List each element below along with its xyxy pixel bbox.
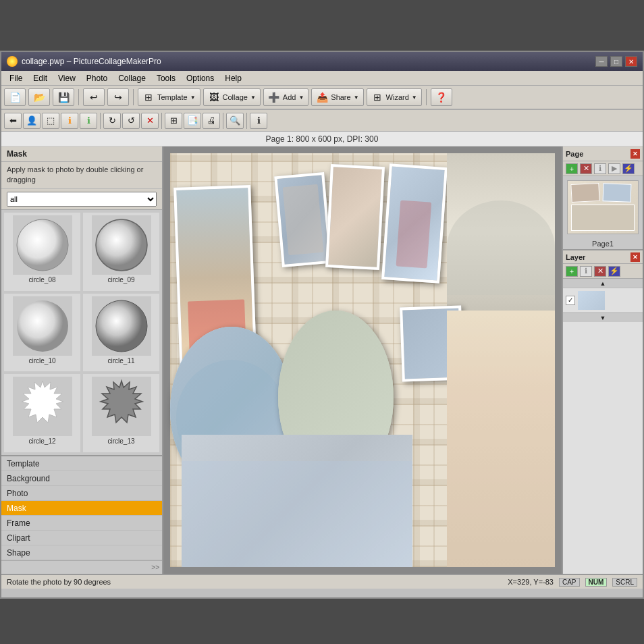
page-move-button[interactable]: ▶ [608, 163, 620, 174]
wizard-button[interactable]: ⊞ Wizard ▼ [367, 88, 422, 106]
layer-scroll-up[interactable]: ▲ [563, 279, 643, 288]
delete-button[interactable]: ✕ [141, 113, 159, 129]
category-frame[interactable]: Frame [1, 516, 162, 531]
rotate-cw-button[interactable]: ↻ [103, 113, 121, 129]
layer-controls-bar: + ℹ ✕ ⚡ [563, 264, 643, 279]
layer-panel-title: Layer [566, 253, 585, 261]
info2-button[interactable]: ℹ [80, 113, 97, 129]
layer-add-button[interactable]: + [566, 266, 578, 277]
print-button[interactable]: 🖨 [203, 113, 220, 129]
mask-item-circle08[interactable]: circle_08 [4, 213, 80, 291]
category-photo[interactable]: Photo [1, 486, 162, 501]
main-content-area: Mask Apply mask to photo by double click… [1, 146, 643, 574]
photo-frame-5[interactable] [447, 153, 555, 311]
fit-button[interactable]: ⊞ [165, 113, 182, 129]
undo-button[interactable]: ↩ [83, 88, 105, 106]
menu-view[interactable]: View [53, 72, 81, 84]
page-info-button[interactable]: ℹ [594, 163, 606, 174]
collage-button[interactable]: 🖼 Collage ▼ [203, 88, 261, 106]
menu-collage[interactable]: Collage [113, 72, 151, 84]
cap-indicator: CAP [559, 578, 580, 587]
mask-item-circle09[interactable]: circle_09 [83, 213, 159, 291]
svg-point-1 [17, 219, 68, 271]
layer-panel-close-button[interactable]: ✕ [630, 252, 640, 262]
category-template[interactable]: Template [1, 456, 162, 471]
layer-visibility-1[interactable]: ✓ [566, 296, 575, 305]
menu-help[interactable]: Help [219, 72, 247, 84]
mask-item-circle12[interactable]: circle_12 [4, 374, 80, 452]
panel-title: Mask [1, 146, 162, 162]
page-delete-button[interactable]: ✕ [580, 163, 592, 174]
layer-delete-button[interactable]: ✕ [594, 266, 606, 277]
rotate-ccw-button[interactable]: ↺ [122, 113, 140, 129]
photo-frame-1[interactable] [274, 172, 332, 267]
nav-prev-button[interactable]: ⬅ [4, 113, 22, 129]
mask-thumb-circle11 [92, 296, 151, 356]
maximize-button[interactable]: □ [610, 56, 622, 67]
select-button[interactable]: ⬚ [42, 113, 59, 129]
menu-options[interactable]: Options [181, 72, 219, 84]
help-icon: ❓ [435, 91, 448, 103]
page-flash-button[interactable]: ⚡ [622, 163, 635, 174]
properties-button[interactable]: ℹ [250, 113, 267, 129]
title-controls: ─ □ ✕ [595, 56, 637, 67]
nav-person-button[interactable]: 👤 [23, 113, 41, 129]
toolbar-separator-3 [426, 89, 427, 105]
photo-content-4 [385, 167, 445, 281]
share-button[interactable]: 📤 Share ▼ [311, 88, 363, 106]
layer-panel-header: Layer ✕ [563, 249, 643, 264]
page-dimensions-text: Page 1: 800 x 600 px, DPI: 300 [266, 134, 379, 144]
category-clipart[interactable]: Clipart [1, 531, 162, 545]
photo-frame-2[interactable] [325, 164, 385, 270]
layer-item-1[interactable]: ✓ [563, 288, 643, 313]
redo-button[interactable]: ↪ [107, 88, 129, 106]
help-button[interactable]: ❓ [431, 88, 452, 106]
category-shape[interactable]: Shape [1, 545, 162, 560]
mask-item-circle10[interactable]: circle_10 [4, 294, 80, 372]
collage-icon: 🖼 [208, 91, 220, 103]
category-mask[interactable]: Mask [1, 501, 162, 516]
menu-tools[interactable]: Tools [151, 72, 181, 84]
add-button[interactable]: ➕ Add ▼ [263, 88, 309, 106]
layer-flash-button[interactable]: ⚡ [608, 266, 620, 277]
filter-dropdown[interactable]: all circle square star heart [7, 192, 157, 207]
page-panel-title: Page [566, 150, 583, 158]
menu-photo[interactable]: Photo [81, 72, 113, 84]
photo-frame-4[interactable] [381, 164, 447, 284]
page-thumb-content [568, 181, 638, 234]
menu-edit[interactable]: Edit [28, 72, 53, 84]
mask-item-circle11[interactable]: circle_11 [83, 294, 159, 372]
page-info-bar: Page 1: 800 x 600 px, DPI: 300 [1, 132, 643, 146]
page-thumbnail[interactable] [567, 180, 639, 234]
status-coords: X=329, Y=-83 [508, 578, 554, 587]
open-button[interactable]: 📂 [28, 88, 50, 106]
redo-icon: ↪ [112, 91, 124, 103]
mask-thumb-circle09 [92, 215, 151, 275]
export-button[interactable]: 📑 [184, 113, 201, 129]
photo-frame-portrait[interactable] [447, 311, 555, 567]
page-add-button[interactable]: + [566, 163, 578, 174]
save-button[interactable]: 💾 [53, 88, 74, 106]
mask-grid: circle_08 [1, 210, 162, 455]
new-button[interactable]: 📄 [4, 88, 26, 106]
mask-item-circle13[interactable]: circle_13 [83, 374, 159, 452]
layer-info-button[interactable]: ℹ [580, 266, 592, 277]
expand-panel-button[interactable]: >> [1, 560, 162, 574]
template-icon: ⊞ [142, 91, 155, 103]
status-bar: Rotate the photo by 90 degrees X=329, Y=… [1, 574, 643, 589]
collage-canvas-container[interactable] [170, 153, 555, 567]
category-background[interactable]: Background [1, 471, 162, 486]
page-panel-close-button[interactable]: ✕ [630, 149, 640, 159]
close-button[interactable]: ✕ [625, 56, 637, 67]
photo-frame-bottom[interactable] [182, 435, 412, 567]
info1-button[interactable]: ℹ [61, 113, 78, 129]
menu-bar: File Edit View Photo Collage Tools Optio… [1, 71, 643, 86]
collage-dropdown-arrow: ▼ [250, 95, 256, 101]
photo-content-1 [277, 175, 329, 264]
template-button[interactable]: ⊞ Template ▼ [138, 88, 200, 106]
menu-file[interactable]: File [4, 72, 28, 84]
tb2-sep-4 [246, 113, 247, 129]
minimize-button[interactable]: ─ [595, 56, 608, 67]
zoom-button[interactable]: 🔍 [226, 113, 244, 129]
layer-scroll-down[interactable]: ▼ [563, 313, 643, 322]
